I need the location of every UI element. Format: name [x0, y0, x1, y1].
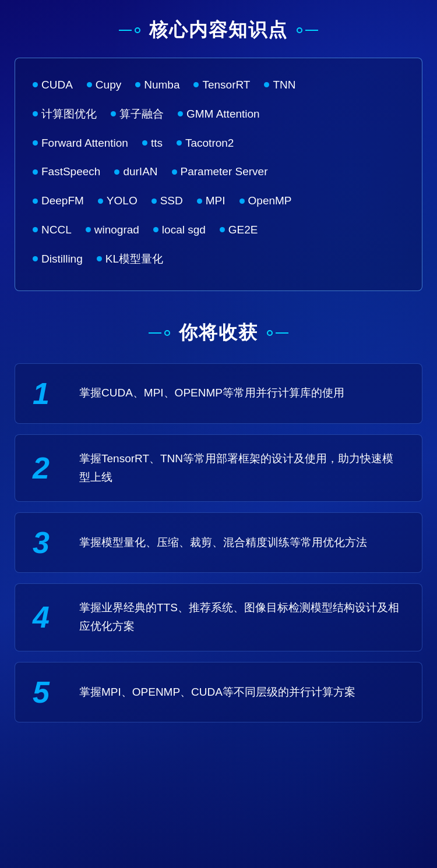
knowledge-row-1: CUDA Cupy Numba TensorRT TNN [33, 73, 404, 97]
benefit-text-1: 掌握CUDA、MPI、OPENMP等常用并行计算库的使用 [79, 384, 344, 402]
benefit-item-4: 4 掌握业界经典的TTS、推荐系统、图像目标检测模型结构设计及相应优化方案 [15, 583, 422, 651]
knowledge-item-tensorrt: TensorRT [193, 73, 250, 97]
knowledge-item-kl: KL模型量化 [97, 247, 163, 271]
knowledge-item-forward: Forward Attention [33, 131, 128, 155]
knowledge-box: CUDA Cupy Numba TensorRT TNN 计算图优化 算子融合 … [15, 58, 422, 291]
benefit-number-1: 1 [33, 378, 68, 409]
knowledge-item-distilling: Distilling [33, 247, 83, 271]
knowledge-item-winograd: winograd [86, 218, 139, 242]
knowledge-row-5: DeepFM YOLO SSD MPI OpenMP [33, 189, 404, 213]
knowledge-row-7: Distilling KL模型量化 [33, 247, 404, 271]
knowledge-item-jisuan: 计算图优化 [33, 102, 97, 126]
section2-title-row: 你将收获 [15, 320, 422, 346]
benefit-item-3: 3 掌握模型量化、压缩、裁剪、混合精度训练等常用优化方法 [15, 512, 422, 573]
knowledge-item-localsgd: local sgd [153, 218, 206, 242]
section2: 你将收获 1 掌握CUDA、MPI、OPENMP等常用并行计算库的使用 2 掌握… [15, 320, 422, 722]
knowledge-item-cupy: Cupy [87, 73, 121, 97]
knowledge-item-ssd: SSD [151, 189, 183, 213]
left-deco-icon-2 [147, 330, 172, 336]
benefit-number-4: 4 [33, 602, 68, 632]
knowledge-item-suanzi: 算子融合 [111, 102, 164, 126]
knowledge-item-gmm: GMM Attention [178, 102, 260, 126]
section2-title: 你将收获 [179, 320, 258, 346]
knowledge-item-tts: tts [142, 131, 163, 155]
benefit-number-3: 3 [33, 527, 68, 558]
knowledge-item-numba: Numba [135, 73, 179, 97]
section1-title-row: 核心内容知识点 [15, 17, 422, 43]
knowledge-item-tacotron: Tacotron2 [177, 131, 234, 155]
knowledge-item-nccl: NCCL [33, 218, 72, 242]
knowledge-item-cuda: CUDA [33, 73, 73, 97]
knowledge-item-paramserver: Parameter Server [172, 160, 268, 184]
knowledge-item-fastspeech: FastSpeech [33, 160, 100, 184]
right-deco-icon [295, 27, 319, 33]
benefit-number-2: 2 [33, 453, 68, 483]
knowledge-item-ge2e: GE2E [220, 218, 258, 242]
knowledge-item-tnn: TNN [264, 73, 295, 97]
knowledge-item-mpi: MPI [197, 189, 225, 213]
page-wrapper: 核心内容知识点 CUDA Cupy Numba TensorRT TNN 计算图… [0, 0, 437, 750]
right-deco-icon-2 [265, 330, 290, 336]
benefit-text-5: 掌握MPI、OPENMP、CUDA等不同层级的并行计算方案 [79, 683, 355, 702]
knowledge-row-2: 计算图优化 算子融合 GMM Attention [33, 102, 404, 126]
knowledge-row-4: FastSpeech durIAN Parameter Server [33, 160, 404, 184]
knowledge-item-yolo: YOLO [98, 189, 138, 213]
benefit-text-2: 掌握TensorRT、TNN等常用部署框架的设计及使用，助力快速模型上线 [79, 449, 404, 487]
benefit-item-1: 1 掌握CUDA、MPI、OPENMP等常用并行计算库的使用 [15, 363, 422, 424]
knowledge-item-deepfm: DeepFM [33, 189, 84, 213]
left-deco-icon [118, 27, 142, 33]
knowledge-row-6: NCCL winograd local sgd GE2E [33, 218, 404, 242]
benefit-item-2: 2 掌握TensorRT、TNN等常用部署框架的设计及使用，助力快速模型上线 [15, 434, 422, 502]
knowledge-row-3: Forward Attention tts Tacotron2 [33, 131, 404, 155]
benefit-item-5: 5 掌握MPI、OPENMP、CUDA等不同层级的并行计算方案 [15, 662, 422, 722]
knowledge-item-durian: durIAN [114, 160, 157, 184]
benefit-number-5: 5 [33, 677, 68, 707]
benefit-text-3: 掌握模型量化、压缩、裁剪、混合精度训练等常用优化方法 [79, 533, 367, 552]
benefit-text-4: 掌握业界经典的TTS、推荐系统、图像目标检测模型结构设计及相应优化方案 [79, 598, 404, 636]
knowledge-item-openmp: OpenMP [239, 189, 292, 213]
section1-title: 核心内容知识点 [149, 17, 288, 43]
